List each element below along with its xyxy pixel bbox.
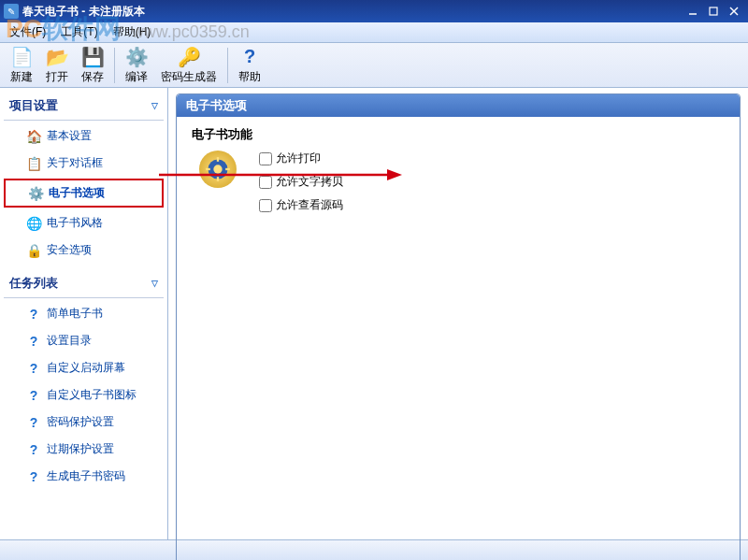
toolbar-separator [114,48,115,83]
toolbar-separator [227,48,228,83]
new-icon: 📄 [10,46,33,68]
check-allow-print-input[interactable] [259,152,272,165]
sidebar-section-tasks: 任务列表 ▽ [4,271,164,295]
help-icon: ? [238,46,261,68]
window-title: 春天电子书 - 未注册版本 [22,4,683,20]
open-icon: 📂 [46,46,68,68]
compile-icon: ⚙️ [125,46,148,68]
question-icon: ? [26,442,41,457]
menubar: 文件(F) 工具(T) 帮助(H) [0,22,748,43]
toolbar-compile-button[interactable]: ⚙️ 编译 [119,43,154,88]
close-button[interactable] [724,3,744,20]
content-panel: 电子书选项 电子书功能 允许打印 允许文字拷贝 [168,88,748,539]
sidebar-item-security-options[interactable]: 🔒 安全选项 [4,238,164,262]
minimize-button[interactable] [683,3,703,20]
gear-icon: ⚙️ [28,186,43,201]
sidebar-task-expire-protect[interactable]: ? 过期保护设置 [4,438,164,461]
question-icon: ? [26,469,41,484]
sidebar-task-simple-ebook[interactable]: ? 简单电子书 [4,302,164,325]
question-icon: ? [26,361,41,376]
sidebar-item-about-dialog[interactable]: 📋 关于对话框 [4,151,164,175]
chevron-down-icon[interactable]: ▽ [151,101,158,110]
check-allow-view-source-input[interactable] [259,199,272,212]
toolbar: 📄 新建 📂 打开 💾 保存 ⚙️ 编译 🔑 密码生成器 ? 帮助 [0,43,748,88]
maximize-button[interactable] [703,3,724,20]
menu-file[interactable]: 文件(F) [2,22,53,42]
question-icon: ? [26,334,41,349]
menu-tools[interactable]: 工具(T) [53,22,105,42]
home-icon: 🏠 [26,129,41,144]
question-icon: ? [26,415,41,430]
sidebar-task-set-toc[interactable]: ? 设置目录 [4,329,164,352]
check-allow-view-source[interactable]: 允许查看源码 [259,197,343,213]
gear-badge-icon [199,151,237,188]
globe-icon: 🌐 [26,216,41,231]
check-allow-copy-text-input[interactable] [259,176,272,189]
lock-icon: 🔒 [26,243,41,258]
sidebar-item-ebook-style[interactable]: 🌐 电子书风格 [4,211,164,235]
svg-rect-1 [710,7,717,15]
menu-help[interactable]: 帮助(H) [106,22,159,42]
app-icon: ✎ [4,4,19,19]
toolbar-new-button[interactable]: 📄 新建 [4,43,39,88]
toolbar-help-button[interactable]: ? 帮助 [232,43,267,88]
sidebar-item-ebook-options[interactable]: ⚙️ 电子书选项 [4,179,164,208]
toolbar-pwdgen-button[interactable]: 🔑 密码生成器 [154,43,223,88]
sidebar-item-basic-settings[interactable]: 🏠 基本设置 [4,124,164,148]
separator [4,297,164,298]
toolbar-open-button[interactable]: 📂 打开 [39,43,75,88]
sidebar-task-custom-splash[interactable]: ? 自定义启动屏幕 [4,356,164,380]
separator [4,120,164,121]
check-allow-copy-text[interactable]: 允许文字拷贝 [259,174,343,190]
sidebar-section-project: 项目设置 ▽ [4,93,164,118]
save-icon: 💾 [81,46,104,68]
sidebar-task-gen-password[interactable]: ? 生成电子书密码 [4,465,164,488]
toolbar-save-button[interactable]: 💾 保存 [75,43,110,88]
about-icon: 📋 [26,156,41,171]
check-allow-print[interactable]: 允许打印 [259,151,343,166]
main-area: 项目设置 ▽ 🏠 基本设置 📋 关于对话框 ⚙️ 电子书选项 🌐 电子书风格 🔒… [0,88,748,539]
features-subtitle: 电子书功能 [192,126,725,143]
window-titlebar: ✎ 春天电子书 - 未注册版本 [0,0,748,22]
sidebar: 项目设置 ▽ 🏠 基本设置 📋 关于对话框 ⚙️ 电子书选项 🌐 电子书风格 🔒… [0,88,168,539]
svg-point-7 [213,165,222,173]
sidebar-task-password-protect[interactable]: ? 密码保护设置 [4,410,164,434]
ebook-options-group: 电子书选项 电子书功能 允许打印 允许文字拷贝 [176,93,741,560]
panel-title: 电子书选项 [177,94,740,117]
key-icon: 🔑 [178,46,200,68]
question-icon: ? [26,307,41,322]
chevron-down-icon[interactable]: ▽ [151,279,158,288]
question-icon: ? [26,388,41,403]
sidebar-task-custom-icon[interactable]: ? 自定义电子书图标 [4,383,164,407]
